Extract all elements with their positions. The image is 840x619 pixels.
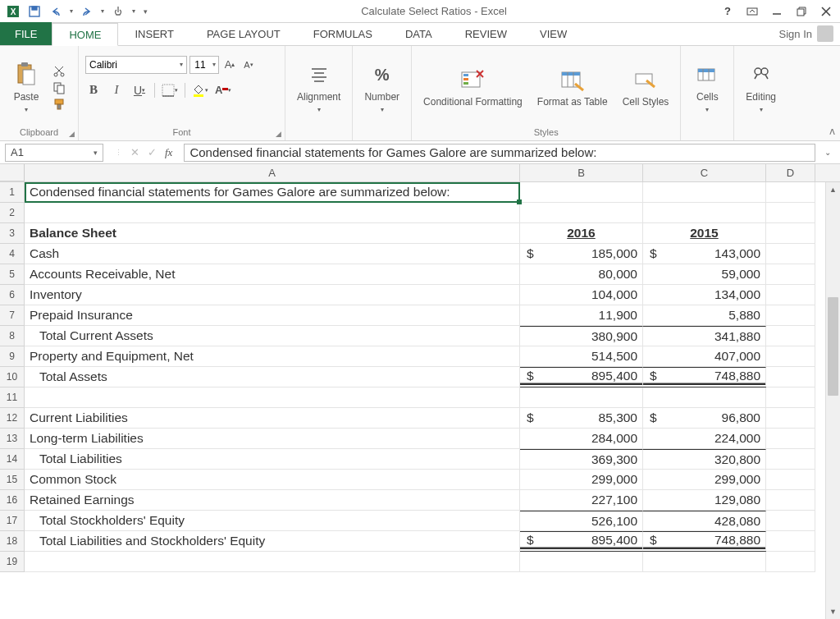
cell[interactable]: Prepaid Insurance — [25, 305, 520, 326]
row-header[interactable]: 13 — [0, 429, 25, 449]
restore-icon[interactable] — [791, 3, 812, 20]
row-header[interactable]: 4 — [0, 244, 25, 264]
row-header[interactable]: 5 — [0, 264, 25, 285]
col-header-D[interactable]: D — [766, 164, 815, 181]
cell[interactable] — [766, 264, 815, 285]
cancel-icon[interactable]: ✕ — [130, 146, 139, 158]
row-header[interactable]: 18 — [0, 531, 25, 552]
font-name-input[interactable] — [86, 59, 176, 71]
cell[interactable]: Accounts Receivable, Net — [25, 264, 520, 285]
formula-input[interactable]: Condensed financial statements for Games… — [184, 144, 815, 162]
qat-customize-icon[interactable]: ▾ — [139, 2, 151, 21]
row-header[interactable]: 8 — [0, 326, 25, 346]
cell[interactable] — [766, 531, 815, 552]
cell[interactable] — [520, 203, 643, 223]
col-header-B[interactable]: B — [520, 164, 643, 181]
fx-icon[interactable]: fx — [165, 146, 172, 159]
cell[interactable]: $85,300 — [520, 408, 643, 429]
cell[interactable] — [766, 470, 815, 490]
cut-icon[interactable] — [51, 64, 67, 79]
tab-page-layout[interactable]: PAGE LAYOUT — [190, 22, 297, 45]
alignment-button[interactable]: Alignment▾ — [292, 58, 345, 117]
conditional-formatting-button[interactable]: Conditional Formatting — [418, 64, 527, 111]
cell[interactable]: 341,880 — [643, 326, 766, 346]
cell[interactable]: Condensed financial statements for Games… — [25, 182, 520, 203]
cell[interactable] — [25, 387, 520, 408]
cell[interactable] — [766, 346, 815, 367]
cell[interactable]: Inventory — [25, 285, 520, 305]
cell[interactable]: $143,000 — [643, 244, 766, 264]
cell[interactable] — [766, 387, 815, 408]
cell[interactable]: 11,900 — [520, 305, 643, 326]
underline-icon[interactable]: U▾ — [131, 83, 148, 98]
cell-styles-button[interactable]: Cell Styles — [618, 64, 674, 111]
cell[interactable]: 526,100 — [520, 511, 643, 531]
cell[interactable]: Long-term Liabilities — [25, 429, 520, 449]
cell[interactable]: Total Liabilities and Stockholders' Equi… — [25, 531, 520, 552]
cell[interactable]: Cash — [25, 244, 520, 264]
scroll-up-icon[interactable]: ▲ — [826, 182, 840, 197]
dialog-launcher-icon[interactable]: ◢ — [69, 130, 75, 138]
cell[interactable] — [766, 367, 815, 387]
row-header[interactable]: 10 — [0, 367, 25, 387]
cell[interactable]: 2016 — [520, 223, 643, 244]
touch-dropdown-icon[interactable]: ▾ — [130, 2, 138, 21]
tab-file[interactable]: FILE — [0, 22, 52, 45]
row-header[interactable]: 14 — [0, 449, 25, 470]
cell[interactable]: Current Liabilities — [25, 408, 520, 429]
cell[interactable]: Total Current Assets — [25, 326, 520, 346]
cell[interactable]: 380,900 — [520, 326, 643, 346]
cell[interactable] — [766, 326, 815, 346]
cell[interactable]: 2015 — [643, 223, 766, 244]
cell[interactable]: 284,000 — [520, 429, 643, 449]
row-header[interactable]: 15 — [0, 470, 25, 490]
copy-icon[interactable] — [51, 80, 67, 95]
cell[interactable]: Total Stockholders' Equity — [25, 511, 520, 531]
tab-data[interactable]: DATA — [389, 22, 449, 45]
cell[interactable]: Balance Sheet — [25, 223, 520, 244]
cell[interactable]: Total Liabilities — [25, 449, 520, 470]
row-header[interactable]: 16 — [0, 490, 25, 511]
format-painter-icon[interactable] — [51, 97, 67, 112]
save-icon[interactable] — [25, 2, 44, 21]
cell[interactable]: 134,000 — [643, 285, 766, 305]
fill-color-icon[interactable]: ▾ — [192, 83, 208, 98]
close-icon[interactable] — [815, 3, 837, 20]
tab-formulas[interactable]: FORMULAS — [297, 22, 389, 45]
cell[interactable]: 129,080 — [643, 490, 766, 511]
expand-formula-bar-icon[interactable]: ⌄ — [820, 148, 835, 157]
cell[interactable] — [25, 552, 520, 572]
cell[interactable] — [766, 223, 815, 244]
font-size-input[interactable] — [190, 59, 210, 71]
cell[interactable]: $895,400 — [520, 531, 643, 552]
cells-button[interactable]: Cells▾ — [687, 58, 727, 117]
scroll-down-icon[interactable]: ▼ — [826, 604, 840, 619]
cell[interactable]: Retained Earnings — [25, 490, 520, 511]
cell[interactable]: 104,000 — [520, 285, 643, 305]
paste-button[interactable]: Paste ▾ — [7, 58, 46, 117]
sign-in[interactable]: Sign In — [773, 22, 840, 45]
cell[interactable]: Common Stock — [25, 470, 520, 490]
cell[interactable]: 514,500 — [520, 346, 643, 367]
increase-font-icon[interactable]: A▴ — [221, 57, 238, 72]
enter-icon[interactable]: ✓ — [148, 146, 157, 158]
cell[interactable] — [643, 203, 766, 223]
row-header[interactable]: 2 — [0, 203, 25, 223]
cell[interactable]: 299,000 — [520, 470, 643, 490]
collapse-ribbon-icon[interactable]: ʌ — [829, 126, 835, 137]
row-header[interactable]: 19 — [0, 552, 25, 572]
col-header-A[interactable]: A — [25, 164, 520, 181]
redo-icon[interactable] — [77, 2, 97, 21]
ribbon-display-icon[interactable] — [742, 3, 763, 20]
name-box[interactable]: A1▾ — [5, 144, 103, 162]
cell[interactable]: $895,400 — [520, 367, 643, 387]
col-header-C[interactable]: C — [643, 164, 766, 181]
row-header[interactable]: 11 — [0, 387, 25, 408]
cell[interactable] — [766, 552, 815, 572]
cell[interactable] — [766, 285, 815, 305]
cell[interactable] — [520, 552, 643, 572]
tab-home[interactable]: HOME — [52, 23, 118, 46]
cell[interactable]: Total Assets — [25, 367, 520, 387]
cell[interactable] — [643, 182, 766, 203]
cell[interactable]: Property and Equipment, Net — [25, 346, 520, 367]
